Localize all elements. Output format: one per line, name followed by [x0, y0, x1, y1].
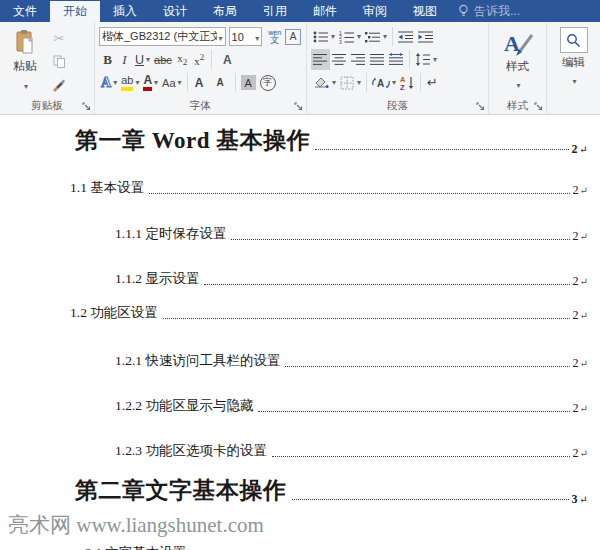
search-icon[interactable] [560, 27, 588, 53]
tab-design[interactable]: 设计 [150, 0, 200, 22]
borders-button[interactable] [338, 72, 363, 93]
cut-button[interactable]: ✂ [47, 27, 71, 50]
toc-entry-partial[interactable]: 2.1 文字基本设置 [85, 544, 588, 550]
shrink-font-button[interactable]: A [212, 72, 229, 93]
dot-leader [272, 456, 570, 457]
tab-layout[interactable]: 布局 [200, 0, 250, 22]
toc-entry[interactable]: 1.2.2 功能区显示与隐藏 2 ↵ [115, 397, 588, 415]
toc-entry[interactable]: 1.1.2 显示设置 2 ↵ [115, 270, 588, 288]
dot-leader [204, 284, 569, 285]
align-right-icon [351, 53, 366, 66]
toc-entry[interactable]: 1.2.3 功能区选项卡的设置 2 ↵ [115, 442, 588, 460]
tab-references[interactable]: 引用 [250, 0, 300, 22]
strikethrough-button[interactable]: abc [152, 49, 174, 70]
font-dialog-launcher[interactable] [294, 102, 303, 111]
increase-indent-button[interactable] [416, 26, 436, 47]
shading-button[interactable] [311, 72, 338, 93]
multilevel-list-button[interactable] [363, 26, 389, 47]
dropdown-icon [570, 70, 576, 88]
toc-page-number: 2 [573, 309, 579, 321]
toc-entry[interactable]: 第一章 Word 基本操作 2 ↵ [75, 125, 588, 156]
character-shading-icon: A [241, 75, 256, 90]
toc-entry-text: 1.2.1 快速访问工具栏的设置 [115, 352, 280, 370]
numbering-button[interactable]: 123 [337, 26, 363, 47]
font-color-button[interactable]: A [141, 72, 160, 93]
paragraph-mark-icon: ↵ [580, 310, 588, 321]
character-shading-button[interactable]: A [239, 72, 258, 93]
align-left-button[interactable] [311, 49, 330, 70]
justify-button[interactable] [368, 49, 387, 70]
styles-button-label: 样式 [506, 59, 529, 74]
toc-page-number: 2 [573, 275, 579, 287]
distributed-button[interactable] [387, 49, 406, 70]
tell-me-box[interactable]: 告诉我... [458, 0, 520, 22]
lightbulb-icon [458, 4, 469, 18]
decrease-indent-button[interactable] [396, 26, 416, 47]
paragraph-mark-icon: ↵ [580, 448, 588, 459]
font-size-combo[interactable]: 10 [229, 27, 263, 46]
editing-button[interactable]: 编辑 [547, 22, 600, 88]
svg-text:3: 3 [339, 39, 342, 44]
font-group: 楷体_GB2312 (中文正文 10 wén 文 A [95, 22, 307, 114]
bullets-icon [313, 30, 329, 44]
align-center-button[interactable] [330, 49, 349, 70]
tab-view[interactable]: 视图 [400, 0, 450, 22]
tab-insert[interactable]: 插入 [100, 0, 150, 22]
copy-button[interactable] [47, 50, 71, 73]
highlight-color-button[interactable]: ab [119, 72, 141, 93]
format-painter-button[interactable] [47, 73, 71, 96]
italic-button[interactable]: I [116, 49, 133, 70]
distributed-icon [389, 53, 404, 66]
change-case-button[interactable]: Aa [160, 72, 183, 93]
paragraph-group: 123 [307, 22, 489, 114]
clipboard-dialog-launcher[interactable] [82, 102, 91, 111]
bold-button[interactable]: B [99, 49, 116, 70]
toc-entry-text: 1.2.2 功能区显示与隐藏 [115, 397, 253, 415]
borders-icon [340, 76, 355, 90]
asian-layout-button[interactable]: A [370, 72, 398, 93]
tab-file[interactable]: 文件 [0, 0, 50, 22]
text-effects-button[interactable]: A [99, 72, 119, 93]
tab-review[interactable]: 审阅 [350, 0, 400, 22]
superscript-button[interactable]: x2 [191, 49, 208, 70]
toc-entry-text: 1.1 基本设置 [70, 179, 144, 197]
sort-button[interactable]: A Z [398, 72, 417, 93]
toc-entry[interactable]: 1.1 基本设置 2 ↵ [70, 179, 588, 197]
show-hide-marks-icon: ↵ [427, 75, 438, 90]
align-right-button[interactable] [349, 49, 368, 70]
character-border-icon: A [285, 29, 301, 45]
paste-button[interactable]: 粘贴 [4, 25, 46, 98]
format-painter-icon [52, 78, 66, 92]
styles-dialog-launcher[interactable] [534, 102, 543, 111]
tab-mailings[interactable]: 邮件 [300, 0, 350, 22]
enclose-characters-button[interactable]: 字 [258, 72, 278, 93]
bullets-button[interactable] [311, 26, 337, 47]
subscript-button[interactable]: x2 [174, 49, 191, 70]
svg-text:A: A [377, 78, 384, 89]
scissors-icon: ✂ [54, 31, 65, 46]
toc-entry[interactable]: 1.2.1 快速访问工具栏的设置 2 ↵ [115, 352, 588, 370]
character-border-button[interactable]: A [283, 26, 303, 47]
font-size-value: 10 [232, 31, 254, 43]
clear-formatting-button[interactable]: A [219, 49, 236, 70]
line-spacing-button[interactable] [413, 49, 439, 70]
toc-entry[interactable]: 1.2 功能区设置 2 ↵ [70, 304, 588, 322]
styles-button[interactable]: A 样式 [489, 22, 546, 92]
font-group-label: 字体 [190, 99, 211, 113]
tab-home[interactable]: 开始 [50, 1, 100, 22]
grow-font-button[interactable]: A [191, 72, 208, 93]
font-name-combo[interactable]: 楷体_GB2312 (中文正文 [99, 27, 226, 46]
line-spacing-icon [415, 53, 431, 66]
phonetic-guide-button[interactable]: wén 文 [266, 26, 283, 47]
show-hide-marks-button[interactable]: ↵ [424, 72, 441, 93]
dropdown-icon [253, 31, 259, 43]
toc-entry[interactable]: 1.1.1 定时保存设置 2 ↵ [115, 225, 588, 243]
dropdown-icon [22, 75, 28, 93]
toc-entry[interactable]: 第二章文字基本操作 3 ↵ [75, 475, 588, 506]
enclose-characters-icon: 字 [260, 75, 276, 91]
paragraph-dialog-launcher[interactable] [476, 102, 485, 111]
document-canvas[interactable]: 第一章 Word 基本操作 2 ↵ 1.1 基本设置 2 ↵ 1.1.1 定时保… [0, 115, 600, 550]
styles-group: A 样式 样式 [489, 22, 547, 114]
underline-button[interactable]: U [133, 49, 152, 70]
paragraph-mark-icon: ↵ [579, 494, 588, 505]
